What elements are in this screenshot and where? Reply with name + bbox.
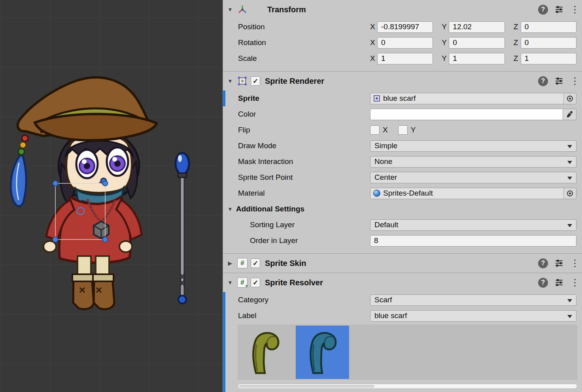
preset-icon[interactable] bbox=[554, 5, 564, 14]
foldout-expanded-icon[interactable]: ▼ bbox=[226, 6, 234, 13]
order-in-layer-field[interactable]: 8 bbox=[370, 235, 576, 247]
material-object-picker-button[interactable] bbox=[563, 188, 576, 199]
material-object-field[interactable]: Sprites-Default bbox=[370, 188, 576, 199]
sprite-row: Sprite blue scarf bbox=[223, 90, 582, 106]
rotation-row: Rotation X0 Y0 Z0 bbox=[223, 35, 582, 51]
help-icon[interactable]: ? bbox=[538, 5, 548, 15]
eyedropper-icon bbox=[566, 111, 573, 118]
category-row: Category Scarf bbox=[223, 292, 582, 308]
axis-x-label: X bbox=[370, 38, 377, 47]
axis-y-label: Y bbox=[442, 38, 449, 47]
additional-settings-foldout[interactable]: ▼ Additional Settings bbox=[223, 201, 582, 217]
scene-view[interactable] bbox=[0, 0, 223, 392]
blue-scarf-image bbox=[299, 329, 346, 375]
foldout-expanded-icon[interactable]: ▼ bbox=[226, 206, 234, 212]
scale-y-field[interactable]: 1 bbox=[449, 53, 505, 64]
character-sprite bbox=[11, 77, 157, 309]
order-in-layer-label: Order in Layer bbox=[238, 236, 370, 245]
sprite-object-field[interactable]: blue scarf bbox=[370, 93, 576, 104]
transform-header[interactable]: ▼ Transform ? bbox=[223, 0, 582, 19]
sprite-sort-point-dropdown[interactable]: Center bbox=[370, 172, 576, 183]
scale-label: Scale bbox=[238, 54, 370, 63]
foldout-collapsed-icon[interactable]: ▶ bbox=[226, 260, 234, 266]
additional-settings-label: Additional Settings bbox=[236, 205, 304, 213]
unity-editor: ▼ Transform ? bbox=[0, 0, 582, 392]
label-dropdown[interactable]: blue scarf bbox=[370, 310, 576, 322]
rotation-z-field[interactable]: 0 bbox=[521, 37, 576, 49]
sprite-skin-script-icon: # bbox=[237, 258, 248, 269]
sorting-layer-dropdown[interactable]: Default bbox=[370, 219, 576, 231]
scale-z-field[interactable]: 1 bbox=[521, 53, 576, 64]
position-label: Position bbox=[238, 23, 370, 31]
axis-z-label: Z bbox=[514, 54, 521, 63]
sprite-resolver-header[interactable]: ▼ #+ ✓ Sprite Resolver ? bbox=[223, 273, 582, 292]
scale-x-field[interactable]: 1 bbox=[377, 53, 433, 64]
sprite-resolver-body: Category Scarf Label blue scarf bbox=[223, 292, 582, 392]
sprite-object-name: blue scarf bbox=[381, 94, 563, 103]
help-icon[interactable]: ? bbox=[538, 76, 548, 86]
rotation-x-field[interactable]: 0 bbox=[377, 37, 433, 49]
thumbnail-scrollbar[interactable] bbox=[238, 384, 577, 389]
sprite-renderer-icon bbox=[237, 75, 248, 87]
order-in-layer-row: Order in Layer 8 bbox=[223, 233, 582, 249]
foldout-expanded-icon[interactable]: ▼ bbox=[226, 78, 234, 84]
sprite-resolver-enabled-checkbox[interactable]: ✓ bbox=[251, 278, 260, 287]
rotation-y-field[interactable]: 0 bbox=[449, 37, 505, 49]
sprite-renderer-enabled-checkbox[interactable]: ✓ bbox=[251, 76, 260, 86]
color-label: Color bbox=[238, 110, 370, 119]
label-label: Label bbox=[238, 311, 370, 320]
position-z-field[interactable]: 0 bbox=[521, 21, 576, 33]
kebab-menu-icon[interactable]: ⋮ bbox=[570, 76, 576, 86]
sprite-skin-enabled-checkbox[interactable]: ✓ bbox=[251, 258, 260, 268]
transform-icon bbox=[237, 4, 248, 15]
category-dropdown[interactable]: Scarf bbox=[370, 294, 576, 306]
sorting-layer-label: Sorting Layer bbox=[238, 220, 370, 229]
mask-interaction-label: Mask Interaction bbox=[238, 157, 370, 166]
draw-mode-label: Draw Mode bbox=[238, 141, 370, 150]
kebab-menu-icon[interactable]: ⋮ bbox=[570, 258, 576, 268]
draw-mode-row: Draw Mode Simple bbox=[223, 138, 582, 154]
sprite-thumbnail-blue-scarf[interactable] bbox=[296, 326, 349, 379]
flip-x-checkbox[interactable] bbox=[370, 125, 380, 135]
position-x-field[interactable]: -0.8199997 bbox=[377, 21, 433, 33]
draw-mode-dropdown[interactable]: Simple bbox=[370, 140, 576, 152]
flip-y-checkbox[interactable] bbox=[398, 125, 408, 135]
category-label: Category bbox=[238, 296, 370, 304]
green-scarf-image bbox=[242, 329, 289, 375]
color-swatch[interactable] bbox=[370, 109, 563, 120]
sprite-skin-header[interactable]: ▶ # ✓ Sprite Skin ? bbox=[223, 254, 582, 273]
mask-interaction-dropdown[interactable]: None bbox=[370, 156, 576, 168]
axis-z-label: Z bbox=[514, 38, 521, 47]
position-y-field[interactable]: 12.02 bbox=[449, 21, 505, 33]
position-row: Position X-0.8199997 Y12.02 Z0 bbox=[223, 19, 582, 35]
object-picker-icon bbox=[567, 190, 573, 196]
flip-label: Flip bbox=[238, 126, 370, 134]
axis-x-label: X bbox=[370, 54, 377, 63]
transform-title: Transform bbox=[267, 5, 306, 14]
sprite-variant-strip bbox=[238, 324, 577, 380]
sprite-object-picker-button[interactable] bbox=[563, 93, 576, 104]
scene-canvas bbox=[0, 0, 223, 392]
sprite-renderer-header[interactable]: ▼ ✓ Sprite Renderer ? bbox=[223, 72, 582, 90]
sprite-skin-title: Sprite Skin bbox=[265, 259, 306, 268]
axis-x-label: X bbox=[370, 23, 377, 31]
material-row: Material Sprites-Default bbox=[223, 185, 582, 201]
eyedropper-button[interactable] bbox=[563, 109, 576, 120]
rotation-label: Rotation bbox=[238, 38, 370, 47]
inspector-panel: ▼ Transform ? bbox=[223, 0, 582, 392]
preset-icon[interactable] bbox=[554, 278, 564, 287]
sprite-thumbnail-green-scarf[interactable] bbox=[238, 326, 292, 379]
axis-y-label: Y bbox=[442, 54, 449, 63]
sorting-layer-row: Sorting Layer Default bbox=[223, 217, 582, 233]
sprite-resolver-component: ▼ #+ ✓ Sprite Resolver ? bbox=[223, 273, 582, 392]
foldout-expanded-icon[interactable]: ▼ bbox=[226, 279, 234, 286]
preset-icon[interactable] bbox=[554, 76, 564, 86]
mask-interaction-row: Mask Interaction None bbox=[223, 154, 582, 170]
help-icon[interactable]: ? bbox=[538, 258, 548, 268]
preset-icon[interactable] bbox=[554, 258, 564, 268]
sprite-renderer-title: Sprite Renderer bbox=[265, 77, 324, 86]
kebab-menu-icon[interactable]: ⋮ bbox=[570, 5, 576, 14]
label-row: Label blue scarf bbox=[223, 308, 582, 324]
kebab-menu-icon[interactable]: ⋮ bbox=[570, 278, 576, 287]
help-icon[interactable]: ? bbox=[538, 278, 548, 288]
